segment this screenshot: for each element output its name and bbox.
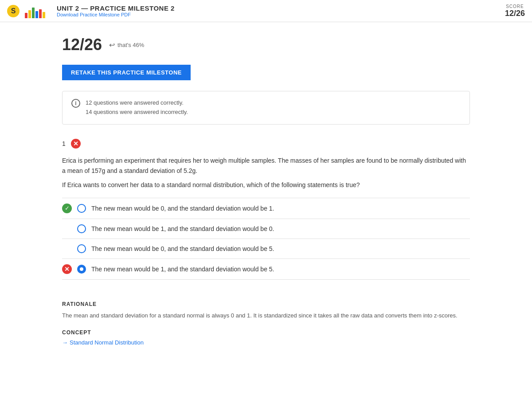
concept-label: CONCEPT <box>62 329 470 336</box>
score-display: 12/26 ↩ that's 46% <box>62 35 470 54</box>
download-link[interactable]: Download Practice Milestone PDF <box>57 12 175 17</box>
question-status-wrong-icon: ✕ <box>71 139 81 149</box>
info-text-block: 12 questions were answered correctly. 14… <box>86 98 188 117</box>
wrong-x-icon: ✕ <box>62 264 72 274</box>
option-b-radio[interactable] <box>77 224 86 233</box>
option-d-radio-selected[interactable] <box>77 265 86 274</box>
option-c-radio[interactable] <box>77 244 86 253</box>
question-1: 1 ✕ Erica is performing an experiment th… <box>62 139 470 346</box>
score-percentage-text: that's 46% <box>117 42 144 48</box>
retake-button[interactable]: RETAKE THIS PRACTICE MILESTONE <box>62 65 191 80</box>
incorrect-count-text: 14 questions were answered incorrectly. <box>86 108 188 117</box>
question-body-2: If Erica wants to convert her data to a … <box>62 180 470 191</box>
question-number-row: 1 ✕ <box>62 139 470 149</box>
option-a-radio[interactable] <box>77 204 86 213</box>
score-percentage-block: ↩ that's 46% <box>109 41 144 49</box>
option-d-row: ✕ The new mean would be 1, and the stand… <box>62 258 470 280</box>
info-box: i 12 questions were answered correctly. … <box>62 91 470 125</box>
rationale-label: RATIONALE <box>62 301 470 307</box>
option-a-row: ✓ The new mean would be 0, and the stand… <box>62 198 470 219</box>
option-a-text: The new mean would be 0, and the standar… <box>91 205 274 212</box>
correct-count-text: 12 questions were answered correctly. <box>86 98 188 108</box>
header-score-block: SCORE 12/26 <box>505 4 525 18</box>
page-title: UNIT 2 — PRACTICE MILESTONE 2 <box>57 4 175 12</box>
concept-link-arrow: → <box>62 339 68 346</box>
score-big: 12/26 <box>62 35 102 54</box>
option-b-row: The new mean would be 1, and the standar… <box>62 219 470 239</box>
option-c-row: The new mean would be 0, and the standar… <box>62 239 470 258</box>
rationale-text: The mean and standard deviation for a st… <box>62 311 470 321</box>
unit-icon <box>25 3 51 19</box>
answer-options: ✓ The new mean would be 0, and the stand… <box>62 198 470 280</box>
app-logo: S <box>7 5 20 17</box>
question-body-1: Erica is performing an experiment that r… <box>62 156 470 177</box>
question-number: 1 <box>62 140 66 147</box>
option-b-text: The new mean would be 1, and the standar… <box>91 225 274 232</box>
option-a-correct-indicator: ✓ <box>62 204 72 213</box>
option-d-wrong-indicator: ✕ <box>62 264 72 274</box>
score-label: SCORE <box>505 4 525 9</box>
rationale-section: RATIONALE The mean and standard deviatio… <box>62 294 470 346</box>
main-content: 12/26 ↩ that's 46% RETAKE THIS PRACTICE … <box>53 22 479 377</box>
info-icon: i <box>71 99 80 108</box>
header-score-value: 12/26 <box>505 9 525 18</box>
page-header: S UNIT 2 — PRACTICE MILESTONE 2 Download… <box>0 0 532 22</box>
back-arrow-icon: ↩ <box>109 41 115 49</box>
header-left: S UNIT 2 — PRACTICE MILESTONE 2 Download… <box>7 3 175 19</box>
option-d-text: The new mean would be 1, and the standar… <box>91 266 274 273</box>
correct-check-icon: ✓ <box>62 204 72 213</box>
header-title-block: UNIT 2 — PRACTICE MILESTONE 2 Download P… <box>57 4 175 17</box>
concept-link-text: Standard Normal Distribution <box>70 339 144 346</box>
option-c-text: The new mean would be 0, and the standar… <box>91 245 274 252</box>
concept-link[interactable]: → Standard Normal Distribution <box>62 339 470 346</box>
